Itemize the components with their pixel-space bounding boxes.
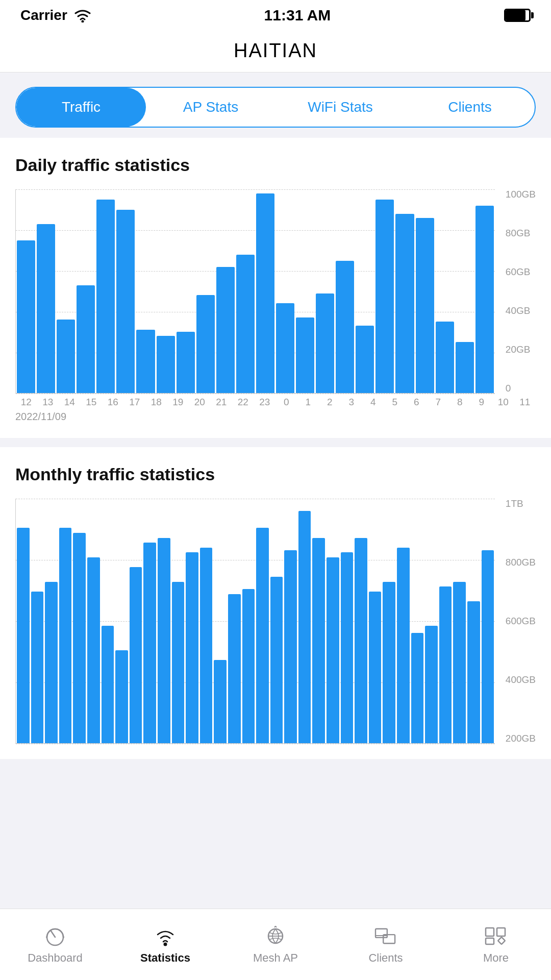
daily-x-axis: 12131415161718192021222301234567891011 xyxy=(15,394,536,408)
nav-more-label: More xyxy=(483,951,509,965)
svg-rect-14 xyxy=(498,937,505,944)
svg-point-0 xyxy=(81,20,84,23)
svg-point-5 xyxy=(164,943,167,945)
monthly-chart-wrapper: 1TB800GB600GB400GB200GB xyxy=(15,499,536,744)
more-icon xyxy=(482,925,510,947)
svg-rect-8 xyxy=(375,928,387,937)
status-bar: Carrier 11:31 AM xyxy=(0,0,551,31)
dashboard-svg xyxy=(43,926,67,946)
statistics-icon xyxy=(152,925,179,947)
clients-svg xyxy=(373,926,398,946)
tab-traffic[interactable]: Traffic xyxy=(16,88,146,127)
svg-rect-11 xyxy=(486,928,494,936)
monthly-traffic-section: Monthly traffic statistics 1TB800GB600GB… xyxy=(0,447,551,759)
mesh-ap-icon xyxy=(262,925,289,947)
nav-more[interactable]: More xyxy=(441,925,551,965)
tab-selector: Traffic AP Stats WiFi Stats Clients xyxy=(15,87,536,128)
tab-ap-stats[interactable]: AP Stats xyxy=(146,88,276,127)
statistics-wifi-svg xyxy=(153,925,178,947)
app-title: HAITIAN xyxy=(0,40,551,62)
wifi-status-icon xyxy=(74,8,91,22)
monthly-chart-title: Monthly traffic statistics xyxy=(15,464,536,484)
tab-selector-container: Traffic AP Stats WiFi Stats Clients xyxy=(0,72,551,138)
daily-chart-wrapper: 100GB80GB60GB40GB20GB0 12131415161718192… xyxy=(15,189,536,423)
nav-mesh-ap[interactable]: Mesh AP xyxy=(220,925,331,965)
dashboard-icon xyxy=(41,925,69,947)
clients-icon xyxy=(372,925,399,947)
nav-statistics[interactable]: Statistics xyxy=(110,925,220,965)
svg-rect-12 xyxy=(497,928,505,936)
nav-dashboard[interactable]: Dashboard xyxy=(0,925,110,965)
status-left: Carrier xyxy=(20,7,91,23)
tab-clients[interactable]: Clients xyxy=(405,88,535,127)
mesh-ap-svg xyxy=(263,926,288,946)
daily-traffic-section: Daily traffic statistics 100GB80GB60GB40… xyxy=(0,138,551,438)
nav-clients-label: Clients xyxy=(368,951,403,965)
nav-mesh-ap-label: Mesh AP xyxy=(253,951,298,965)
nav-dashboard-label: Dashboard xyxy=(28,951,83,965)
nav-statistics-label: Statistics xyxy=(140,951,190,965)
bottom-nav: Dashboard Statistics xyxy=(0,909,551,980)
nav-clients[interactable]: Clients xyxy=(331,925,441,965)
monthly-chart-area: 1TB800GB600GB400GB200GB xyxy=(15,499,495,744)
svg-rect-13 xyxy=(486,938,494,944)
tab-wifi-stats[interactable]: WiFi Stats xyxy=(276,88,405,127)
more-svg xyxy=(484,926,508,946)
daily-chart-area: 100GB80GB60GB40GB20GB0 xyxy=(15,189,495,394)
carrier-text: Carrier xyxy=(20,7,67,23)
battery-icon xyxy=(504,9,531,22)
daily-chart-title: Daily traffic statistics xyxy=(15,155,536,175)
status-time: 11:31 AM xyxy=(264,7,331,24)
app-title-bar: HAITIAN xyxy=(0,31,551,72)
daily-chart-date: 2022/11/09 xyxy=(15,411,536,423)
status-right xyxy=(504,9,531,22)
